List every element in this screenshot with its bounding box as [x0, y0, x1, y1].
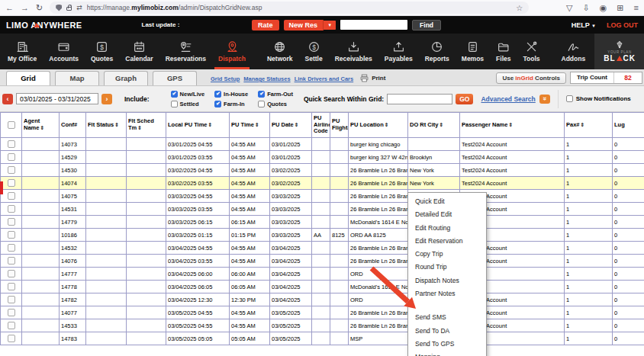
grid-row-10186[interactable]: 1018603/03/2025 01:1501:15 PM03/03/2025A…: [1, 229, 644, 242]
nav-item-receivables[interactable]: Receivables: [329, 34, 378, 69]
nav-item-memos[interactable]: Memos: [456, 34, 490, 69]
download-icon[interactable]: ⇩: [583, 4, 590, 12]
sort-icon[interactable]: ⇕: [508, 122, 512, 127]
menu-item-copy-trip[interactable]: Copy Trip: [408, 248, 486, 261]
sort-icon[interactable]: ⇕: [40, 125, 43, 130]
row-checkbox[interactable]: [8, 192, 15, 200]
menu-item-dispatch-notes[interactable]: Dispatch Notes: [408, 274, 486, 287]
menu-item-edit-reservation[interactable]: Edit Reservation: [408, 235, 486, 248]
nav-item-my-office[interactable]: My Office: [2, 34, 43, 69]
account-icon[interactable]: ◉: [600, 4, 607, 12]
show-notifications-toggle[interactable]: Show Notifications: [566, 95, 631, 102]
link-grid-setup[interactable]: Grid Setup: [211, 75, 240, 82]
checkbox-icon[interactable]: [214, 101, 221, 107]
menu-item-quick-edit[interactable]: Quick Edit: [408, 195, 486, 208]
column-header-local-pu-time[interactable]: Local PU Time⇕: [166, 113, 230, 138]
grid-row-14529[interactable]: 1452903/01/2025 03:5504:55 AM03/01/2025b…: [1, 151, 644, 164]
menu-item-partner-notes[interactable]: Partner Notes: [408, 287, 486, 300]
date-range-input[interactable]: [16, 93, 98, 104]
sort-icon[interactable]: ⇕: [440, 122, 443, 127]
grid-row-14778[interactable]: 1477803/04/2025 06:0506:05 AM03/04/2025M…: [1, 281, 644, 293]
menu-item-mapping[interactable]: Mapping: [408, 351, 486, 356]
bookmark-star-icon[interactable]: ☆: [516, 4, 523, 12]
nav-item-reports[interactable]: Reports: [419, 34, 456, 69]
menu-icon[interactable]: ≡: [634, 4, 639, 12]
grid-row-14779[interactable]: 1477903/03/2025 06:1506:15 AM03/03/2025M…: [1, 216, 644, 229]
checkbox-icon[interactable]: [258, 91, 265, 98]
nav-item-settle[interactable]: $Settle: [299, 34, 329, 69]
row-checkbox[interactable]: [8, 309, 15, 316]
print-button[interactable]: Print: [359, 73, 385, 83]
column-header-pu-time[interactable]: PU Time⇕: [230, 113, 270, 138]
find-button[interactable]: Find: [412, 20, 441, 30]
logout-link[interactable]: LOG OUT: [607, 21, 638, 29]
row-checkbox[interactable]: [8, 257, 15, 265]
quick-search-input[interactable]: [387, 94, 452, 104]
row-checkbox[interactable]: [8, 335, 15, 342]
next-date-button[interactable]: ›: [101, 94, 112, 104]
sort-icon[interactable]: ⇕: [385, 122, 388, 127]
column-header-flt-status[interactable]: Flt Status⇕: [86, 113, 127, 138]
nav-item-network[interactable]: Network: [261, 34, 299, 69]
checkbox-icon[interactable]: [171, 101, 178, 107]
nav-item-reservations[interactable]: Reservations: [159, 34, 212, 69]
row-checkbox[interactable]: [8, 322, 15, 329]
nav-item-tools[interactable]: Tools: [517, 34, 546, 69]
column-header-pu-date[interactable]: PU Date⇕: [270, 113, 312, 138]
include-checkbox-settled[interactable]: Settled: [171, 99, 205, 108]
include-checkbox-new-live[interactable]: New/Live: [171, 89, 205, 98]
row-checkbox[interactable]: [8, 179, 15, 187]
nav-item-files[interactable]: Files: [490, 34, 517, 69]
grid-row-14531[interactable]: 1453103/03/2025 03:5504:55 AM03/03/20252…: [1, 203, 644, 216]
nav-item-dispatch[interactable]: Dispatch: [212, 34, 252, 69]
row-checkbox[interactable]: [8, 283, 15, 290]
menu-item-edit-routing[interactable]: Edit Routing: [408, 222, 486, 235]
sort-icon[interactable]: ⇕: [208, 122, 212, 127]
show-notifications-checkbox[interactable]: [566, 95, 573, 102]
link-link-drivers-and-cars[interactable]: Link Drivers and Cars: [295, 75, 354, 82]
checkbox-icon[interactable]: [214, 91, 221, 98]
row-checkbox[interactable]: [8, 296, 15, 303]
grid-row-14075[interactable]: 1407503/03/2025 04:5504:55 AM03/03/20252…: [1, 190, 644, 203]
row-checkbox[interactable]: [8, 153, 15, 161]
forward-icon[interactable]: →: [21, 4, 29, 12]
include-checkbox-in-house[interactable]: In-House: [214, 89, 248, 98]
column-header-passenger-name[interactable]: Passenger Name⇕: [460, 113, 565, 138]
advanced-search-expand-button[interactable]: »: [539, 95, 550, 104]
sort-icon[interactable]: ⇕: [581, 122, 584, 127]
sort-icon[interactable]: ⇕: [255, 122, 259, 127]
select-all-checkbox[interactable]: [8, 121, 15, 129]
plan-badge[interactable]: YOUR PLANBLCK: [594, 34, 644, 69]
include-checkbox-farm-out[interactable]: Farm-Out: [258, 89, 293, 98]
grid-row-14782[interactable]: 1478203/04/2025 12:3012:30 PM03/04/2025O…: [1, 293, 644, 306]
grid-row-14074[interactable]: 1407403/02/2025 03:5504:55 AM03/02/20252…: [1, 177, 644, 190]
use-ingrid-controls-button[interactable]: Use inGrid Controls: [496, 72, 566, 84]
row-checkbox[interactable]: [8, 205, 15, 213]
column-header-agent-name[interactable]: Agent Name⇕: [22, 113, 60, 138]
rate-button[interactable]: Rate: [252, 20, 279, 30]
tab-grid[interactable]: Grid: [6, 71, 50, 85]
row-checkbox[interactable]: [8, 270, 15, 277]
grid-row-14076[interactable]: 1407603/04/2025 03:5504:55 AM03/04/20252…: [1, 255, 644, 268]
tab-map[interactable]: Map: [55, 71, 99, 85]
new-res-caret-icon[interactable]: ▼: [324, 21, 336, 30]
limo-anywhere-logo[interactable]: LIMO ANYWHERE: [6, 21, 82, 30]
checkbox-icon[interactable]: [258, 101, 265, 107]
grid-row-14777[interactable]: 1477703/04/2025 06:0006:00 AM03/04/2025O…: [1, 268, 644, 281]
nav-item-quotes[interactable]: $Quotes: [85, 34, 119, 69]
tab-gps[interactable]: GPS: [153, 71, 197, 85]
grid-row-14533[interactable]: 1453303/05/2025 04:5504:55 AM03/05/20252…: [1, 319, 644, 332]
link-manage-statuses[interactable]: Manage Statuses: [243, 75, 290, 82]
row-checkbox[interactable]: [8, 244, 15, 252]
lock-icon[interactable]: [66, 7, 72, 11]
column-header-pu-location[interactable]: PU Location⇕: [349, 113, 408, 138]
tab-graph[interactable]: Graph: [104, 71, 148, 85]
row-checkbox[interactable]: [8, 166, 15, 174]
sort-icon[interactable]: ⇕: [114, 122, 118, 127]
menu-item-send-to-gps[interactable]: Send To GPS: [408, 338, 486, 351]
nav-item-addons[interactable]: Addons: [555, 34, 592, 69]
sort-icon[interactable]: ⇕: [137, 125, 141, 130]
grid-row-14532[interactable]: 1453203/04/2025 04:5504:55 AM03/04/20252…: [1, 242, 644, 255]
row-checkbox[interactable]: [8, 231, 15, 239]
column-header-pax[interactable]: Pax#⇕: [565, 113, 613, 138]
